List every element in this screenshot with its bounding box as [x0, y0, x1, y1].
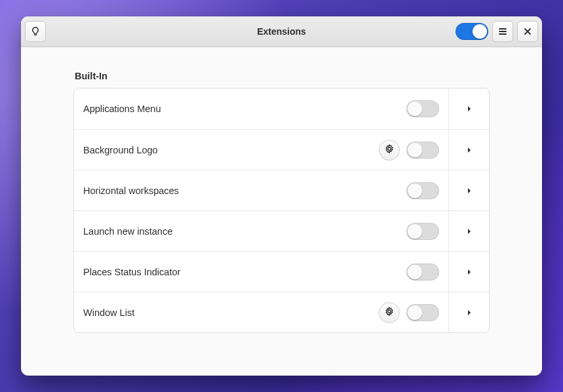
- extension-expand-button[interactable]: [448, 88, 489, 129]
- extension-prefs-button[interactable]: [379, 302, 400, 323]
- extension-name: Launch new instance: [83, 226, 400, 237]
- headerbar-right: [456, 21, 538, 42]
- toggle-knob: [408, 224, 422, 239]
- close-icon: [522, 26, 533, 37]
- extension-row-main: Applications Menu: [74, 100, 448, 117]
- extension-toggle[interactable]: [406, 264, 439, 281]
- hamburger-icon: [497, 26, 508, 37]
- extension-row-main: Background Logo: [74, 140, 448, 161]
- extension-row-main: Places Status Indicator: [74, 264, 448, 281]
- chevron-right-icon: [466, 103, 473, 115]
- extension-name: Background Logo: [83, 145, 372, 155]
- toggle-knob: [408, 305, 422, 320]
- lightbulb-icon: [30, 26, 41, 37]
- extension-row: Horizontal workspaces: [74, 170, 489, 210]
- global-extensions-toggle[interactable]: [456, 23, 488, 40]
- extension-expand-button[interactable]: [448, 211, 489, 251]
- extension-row-main: Window List: [74, 302, 448, 323]
- toggle-knob: [408, 143, 422, 157]
- extension-name: Window List: [83, 307, 372, 318]
- toggle-knob: [408, 102, 422, 116]
- extension-row: Launch new instance: [74, 210, 489, 251]
- extension-name: Places Status Indicator: [83, 267, 400, 277]
- extension-name: Horizontal workspaces: [83, 186, 400, 196]
- gear-icon: [384, 144, 395, 156]
- menu-button[interactable]: [492, 21, 513, 42]
- chevron-right-icon: [466, 266, 473, 278]
- extension-toggle[interactable]: [406, 182, 439, 199]
- extension-prefs-button[interactable]: [379, 140, 400, 161]
- section-title-builtin: Built-In: [75, 71, 490, 81]
- extension-toggle[interactable]: [406, 100, 439, 117]
- extension-expand-button[interactable]: [448, 252, 489, 292]
- extension-name: Applications Menu: [83, 104, 400, 114]
- headerbar-left: [25, 21, 46, 42]
- extension-row: Applications Menu: [74, 88, 489, 129]
- extension-toggle[interactable]: [406, 223, 439, 240]
- extension-toggle[interactable]: [406, 142, 439, 159]
- extension-row: Window List: [74, 292, 489, 332]
- extension-list: Applications MenuBackground LogoHorizont…: [73, 88, 490, 333]
- extension-row-main: Launch new instance: [74, 223, 448, 240]
- toggle-knob: [408, 184, 422, 198]
- extensions-window: Extensions: [21, 16, 542, 376]
- extension-row-main: Horizontal workspaces: [74, 182, 448, 199]
- about-button[interactable]: [25, 21, 46, 42]
- headerbar: Extensions: [21, 16, 542, 47]
- gear-icon: [384, 306, 395, 319]
- extension-row: Places Status Indicator: [74, 251, 489, 292]
- extension-expand-button[interactable]: [448, 130, 489, 170]
- toggle-knob: [473, 24, 487, 39]
- chevron-right-icon: [466, 225, 473, 237]
- chevron-right-icon: [466, 307, 473, 319]
- extension-toggle[interactable]: [406, 304, 439, 321]
- extension-row: Background Logo: [74, 129, 489, 170]
- content-area: Built-In Applications MenuBackground Log…: [21, 47, 542, 376]
- extension-expand-button[interactable]: [448, 292, 489, 332]
- svg-point-6: [388, 310, 391, 313]
- close-button[interactable]: [517, 21, 538, 42]
- toggle-knob: [408, 265, 422, 279]
- svg-point-5: [388, 147, 391, 150]
- chevron-right-icon: [466, 185, 473, 197]
- extension-expand-button[interactable]: [448, 170, 489, 210]
- chevron-right-icon: [466, 144, 473, 156]
